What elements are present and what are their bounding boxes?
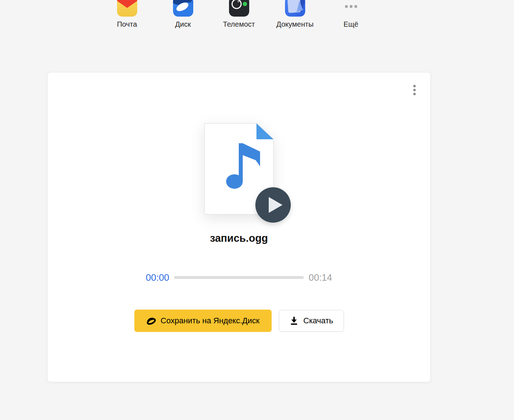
app-item-label: Телемост: [223, 20, 255, 29]
app-item-label: Ещё: [344, 20, 358, 29]
file-preview: [204, 123, 274, 215]
documents-icon: [285, 0, 305, 17]
file-name: запись.ogg: [210, 232, 268, 244]
download-button-label: Скачать: [303, 316, 333, 325]
yandex-disk-logo-icon: [146, 316, 156, 326]
play-button[interactable]: [255, 187, 291, 223]
current-time: 00:00: [146, 273, 169, 282]
total-time: 00:14: [308, 273, 332, 282]
more-dots-icon: [341, 0, 361, 17]
app-item-disk[interactable]: Диск: [155, 0, 211, 29]
seek-bar[interactable]: [174, 276, 304, 279]
app-item-more[interactable]: Ещё: [323, 0, 379, 29]
mail-icon: [117, 0, 137, 17]
app-item-label: Почта: [117, 20, 137, 29]
app-item-label: Диск: [175, 20, 191, 29]
kebab-menu-icon[interactable]: [412, 83, 417, 97]
audio-player: 00:00 00:14: [146, 273, 332, 282]
file-card: запись.ogg 00:00 00:14 Сохранить на: [47, 72, 431, 382]
telemost-icon: [229, 0, 249, 17]
card-content: запись.ogg 00:00 00:14 Сохранить на: [48, 73, 430, 332]
page: Почта Диск: [0, 0, 514, 420]
play-icon: [255, 187, 291, 223]
action-buttons: Сохранить на Яндекс.Диск Скачать: [134, 310, 344, 332]
disk-icon: [173, 0, 193, 17]
save-button-label: Сохранить на Яндекс.Диск: [161, 316, 260, 325]
app-item-telemost[interactable]: Телемост: [211, 0, 267, 29]
download-button[interactable]: Скачать: [279, 310, 344, 332]
app-bar: Почта Диск: [47, 0, 431, 29]
download-icon: [289, 316, 299, 325]
app-item-documents[interactable]: Документы: [267, 0, 323, 29]
app-item-mail[interactable]: Почта: [99, 0, 155, 29]
save-to-disk-button[interactable]: Сохранить на Яндекс.Диск: [134, 310, 272, 332]
app-item-label: Документы: [276, 20, 314, 29]
